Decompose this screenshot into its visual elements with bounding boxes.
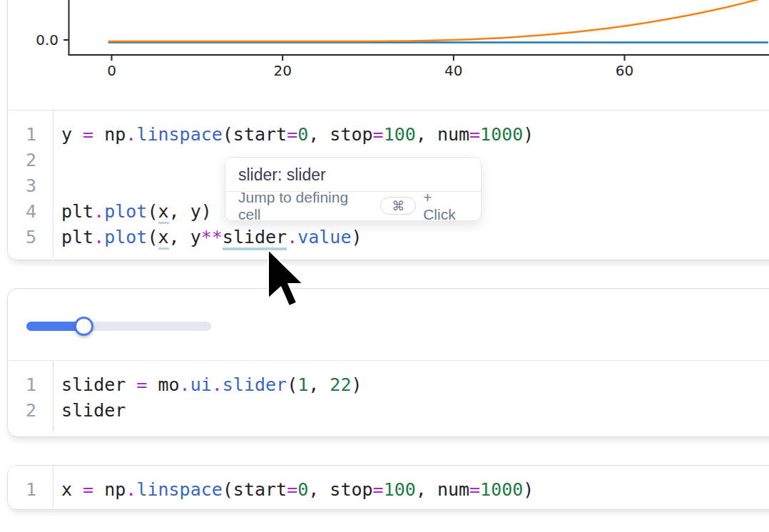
code-token-num[interactable]: 22 bbox=[330, 374, 351, 395]
code-token[interactable]: , stop bbox=[308, 479, 372, 500]
tooltip-action-label[interactable]: Jump to defining cell bbox=[238, 189, 373, 223]
line-number: 1 bbox=[8, 372, 36, 398]
cursor-icon bbox=[265, 250, 308, 310]
slider-track[interactable] bbox=[26, 322, 211, 331]
code-token-num[interactable]: 1000 bbox=[480, 124, 523, 145]
code-token-op[interactable]: . bbox=[180, 374, 190, 395]
x-tick-label: 60 bbox=[616, 62, 633, 79]
code-token-fn[interactable]: plot bbox=[104, 227, 147, 247]
notebook-cell-slider: 12 slider = mo.ui.slider(1, 22)slider bbox=[7, 288, 769, 437]
code-token[interactable]: (start bbox=[223, 479, 287, 500]
line-number-gutter: 12 bbox=[8, 361, 54, 431]
code-token-op[interactable]: . bbox=[126, 124, 136, 145]
code-editor[interactable]: 1 x = np.linspace(start=0, stop=100, num… bbox=[8, 466, 769, 508]
code-token-op[interactable]: = bbox=[83, 479, 93, 500]
code-token-num[interactable]: 100 bbox=[384, 479, 416, 500]
code-content[interactable]: slider = mo.ui.slider(1, 22)slider bbox=[54, 361, 769, 431]
code-token-op[interactable]: = bbox=[83, 124, 93, 145]
code-token-op[interactable]: ** bbox=[201, 227, 223, 247]
x-tick-label: 40 bbox=[444, 62, 462, 79]
code-token[interactable]: ) bbox=[351, 374, 362, 395]
code-token-ref[interactable]: x bbox=[158, 227, 169, 250]
series-line bbox=[108, 0, 768, 41]
code-token-fn[interactable]: value bbox=[297, 227, 351, 247]
code-token-op[interactable]: . bbox=[93, 201, 104, 222]
notebook-cell-x: 1 x = np.linspace(start=0, stop=100, num… bbox=[7, 465, 769, 510]
code-token-ref[interactable]: x bbox=[158, 201, 169, 224]
code-token-num[interactable]: 1 bbox=[297, 374, 308, 395]
variable-tooltip: slider: slider Jump to defining cell ⌘ +… bbox=[225, 157, 482, 221]
plot-output: 0.00204060 bbox=[8, 0, 769, 111]
code-token-fn[interactable]: linspace bbox=[136, 479, 222, 500]
code-line[interactable]: slider = mo.ui.slider(1, 22) bbox=[61, 372, 769, 398]
code-token-op[interactable]: . bbox=[212, 374, 223, 395]
code-token[interactable]: mo bbox=[147, 374, 179, 395]
matplotlib-figure: 0.00204060 bbox=[8, 0, 769, 111]
tooltip-title: slider: slider bbox=[225, 158, 481, 191]
code-token[interactable]: , num bbox=[416, 124, 469, 145]
slider-output bbox=[8, 289, 769, 361]
code-token[interactable]: x bbox=[61, 479, 83, 500]
code-line[interactable]: x = np.linspace(start=0, stop=100, num=1… bbox=[61, 477, 769, 503]
code-token-num[interactable]: 1000 bbox=[480, 479, 523, 500]
code-token[interactable]: , bbox=[308, 374, 330, 395]
code-token[interactable]: ) bbox=[523, 124, 534, 145]
code-token[interactable]: , num bbox=[416, 479, 469, 500]
line-number-gutter: 12345 bbox=[8, 111, 54, 257]
code-token[interactable]: plt bbox=[61, 201, 93, 222]
code-token-op[interactable]: = bbox=[373, 124, 384, 145]
line-number: 5 bbox=[8, 225, 36, 250]
code-token-op[interactable]: = bbox=[373, 479, 384, 500]
code-token-op[interactable]: . bbox=[287, 227, 297, 247]
line-number: 4 bbox=[8, 199, 36, 225]
line-number: 2 bbox=[8, 148, 36, 173]
code-token-num[interactable]: 0 bbox=[297, 124, 308, 145]
code-token[interactable]: np bbox=[93, 479, 126, 500]
code-token[interactable]: ) bbox=[523, 479, 534, 500]
code-token-fn[interactable]: plot bbox=[104, 201, 147, 222]
code-token-op[interactable]: = bbox=[469, 479, 480, 500]
slider-handle[interactable] bbox=[74, 317, 93, 336]
code-token[interactable]: y bbox=[61, 124, 83, 145]
code-token[interactable]: ( bbox=[147, 227, 158, 247]
code-token[interactable]: (start bbox=[223, 124, 287, 145]
code-line[interactable]: slider bbox=[61, 398, 769, 424]
code-token[interactable]: slider bbox=[61, 400, 126, 421]
line-number: 1 bbox=[8, 477, 36, 503]
x-tick-label: 0 bbox=[107, 62, 116, 79]
code-token[interactable]: ( bbox=[147, 201, 158, 222]
code-token-op[interactable]: . bbox=[126, 479, 136, 500]
code-token[interactable]: , stop bbox=[308, 124, 372, 145]
code-token[interactable]: np bbox=[93, 124, 126, 145]
code-token-op[interactable]: = bbox=[136, 374, 147, 395]
notebook-cell-plot: 0.00204060 12345 y = np.linspace(start=0… bbox=[7, 0, 769, 260]
tooltip-suffix: + Click bbox=[423, 189, 468, 223]
command-key-icon: ⌘ bbox=[380, 197, 416, 215]
code-line[interactable]: y = np.linspace(start=0, stop=100, num=1… bbox=[61, 122, 769, 148]
line-number: 2 bbox=[8, 398, 36, 424]
line-number: 3 bbox=[8, 173, 36, 199]
code-line[interactable]: plt.plot(x, y**slider.value) bbox=[61, 225, 769, 250]
line-number-gutter: 1 bbox=[8, 466, 54, 508]
code-token[interactable]: , y bbox=[169, 227, 201, 247]
code-token-fn[interactable]: slider bbox=[223, 374, 287, 395]
code-editor[interactable]: 12 slider = mo.ui.slider(1, 22)slider bbox=[8, 361, 769, 431]
x-tick-label: 20 bbox=[273, 62, 291, 79]
code-token-op[interactable]: = bbox=[287, 124, 297, 145]
code-token[interactable]: , y) bbox=[169, 201, 212, 222]
code-token-fn[interactable]: ui bbox=[190, 374, 212, 395]
y-tick-label: 0.0 bbox=[36, 31, 58, 48]
code-token-op[interactable]: = bbox=[287, 479, 297, 500]
code-token-num[interactable]: 100 bbox=[384, 124, 416, 145]
code-token[interactable]: ( bbox=[287, 374, 297, 395]
code-token[interactable]: slider bbox=[61, 374, 136, 395]
code-token-fn[interactable]: linspace bbox=[136, 124, 222, 145]
code-token-op[interactable]: . bbox=[93, 227, 104, 247]
code-token-op[interactable]: = bbox=[469, 124, 480, 145]
code-token[interactable]: ) bbox=[351, 227, 362, 247]
code-content[interactable]: x = np.linspace(start=0, stop=100, num=1… bbox=[54, 466, 769, 508]
code-token-refh[interactable]: slider bbox=[223, 227, 287, 250]
code-token-num[interactable]: 0 bbox=[297, 479, 308, 500]
line-number: 1 bbox=[8, 122, 36, 148]
code-token[interactable]: plt bbox=[61, 227, 93, 247]
